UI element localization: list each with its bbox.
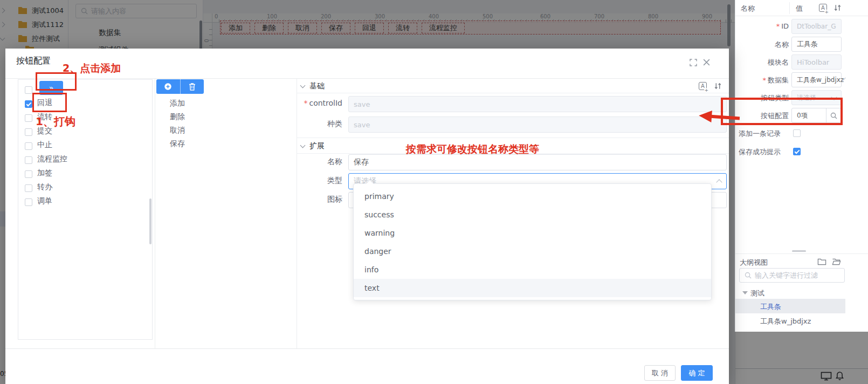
dropdown-option[interactable]: success — [354, 205, 711, 224]
item-checkbox[interactable] — [25, 142, 32, 150]
prop-row-name: 名称 — [735, 37, 868, 53]
scrollbar-thumb[interactable] — [149, 198, 151, 244]
field-add-icon[interactable] — [699, 82, 707, 90]
cancel-button[interactable]: 取 消 — [644, 365, 676, 381]
item-checkbox[interactable] — [25, 114, 32, 122]
target-toolbar — [156, 79, 204, 94]
arrow-head-icon — [698, 109, 712, 122]
arrow-tail — [711, 115, 740, 120]
confirm-button[interactable]: 确 定 — [681, 365, 713, 381]
dialog-title: 按钮配置 — [16, 56, 51, 67]
section-header-basic[interactable]: 基础 — [301, 81, 727, 93]
controlid-input — [348, 96, 727, 112]
dataset-select[interactable]: 工具条w_jbdjxz — [791, 72, 842, 87]
item-checkbox[interactable] — [25, 170, 32, 178]
annotation-step1-text: 1、打钩 — [36, 114, 75, 129]
field-add-icon[interactable] — [819, 4, 827, 12]
add-record-checkbox[interactable] — [793, 129, 801, 137]
item-checkbox[interactable] — [25, 128, 32, 136]
target-item[interactable]: 保存 — [170, 139, 185, 149]
trash-icon — [189, 83, 196, 91]
annotation-arrow — [698, 109, 741, 126]
panel-resize-handle[interactable] — [792, 250, 806, 252]
source-item[interactable]: 调单 — [18, 195, 152, 209]
button-name-input[interactable] — [348, 154, 727, 170]
annotation-rect-checked-item — [32, 93, 67, 112]
dropdown-option[interactable]: warning — [354, 224, 711, 242]
expand-all-folder-icon[interactable] — [832, 258, 841, 266]
source-item[interactable]: 转办 — [18, 181, 152, 195]
delete-selected-button[interactable] — [181, 79, 204, 94]
modal-overlay — [735, 332, 868, 384]
outline-node[interactable]: 工具条w_jbdjxz — [735, 313, 868, 326]
item-checkbox[interactable] — [25, 156, 32, 164]
source-item[interactable]: 中止 — [18, 139, 152, 153]
prop-row-id: *ID — [735, 19, 868, 35]
item-checkbox[interactable] — [25, 184, 32, 192]
kind-input — [348, 116, 727, 133]
chevron-up-icon — [716, 179, 722, 185]
sort-icon[interactable] — [714, 82, 722, 90]
divider — [5, 78, 729, 79]
item-checkbox[interactable] — [25, 198, 32, 206]
properties-panel: 名称 值 *ID 名称 模块名 *数据集 工具条w_jbdjxz — [735, 0, 868, 384]
expand-arrow-icon[interactable] — [742, 291, 748, 294]
plus-circle-icon — [164, 83, 172, 91]
collapse-icon — [300, 83, 306, 88]
prop-row-add-record: 添加一条记录 — [735, 128, 868, 140]
type-dropdown: primary success warning danger info text — [353, 183, 712, 300]
source-item[interactable]: 流程监控 — [18, 153, 152, 167]
divider — [789, 2, 790, 14]
collapse-all-folder-icon[interactable] — [817, 258, 826, 266]
close-icon[interactable] — [702, 58, 711, 66]
id-field — [791, 19, 842, 34]
properties-header: 名称 值 — [735, 0, 868, 16]
divider — [5, 348, 729, 349]
prop-row-dataset: *数据集 工具条w_jbdjxz — [735, 72, 868, 88]
target-item[interactable]: 取消 — [170, 126, 185, 135]
item-checkbox[interactable] — [25, 100, 32, 108]
save-tip-checkbox[interactable] — [793, 148, 801, 155]
add-selected-button[interactable] — [156, 79, 181, 94]
source-item[interactable]: 加签 — [18, 167, 152, 181]
app-root: 测试1004 测试1112 控件测试 05 请输入内容 数据集 测试组件 — [0, 0, 868, 384]
dropdown-option[interactable]: primary — [354, 187, 711, 205]
outline-section: 大纲视图 输入关键字进行过滤 测试 工具条 工具条w_jbdjxz — [735, 253, 868, 340]
collapse-icon — [300, 143, 306, 148]
target-item[interactable]: 添加 — [170, 99, 185, 108]
prop-row-module: 模块名 — [735, 54, 868, 71]
annotation-hint-text: 按需求可修改按钮名称类型等 — [406, 142, 539, 156]
target-item[interactable]: 删除 — [170, 112, 185, 122]
module-field — [791, 54, 842, 70]
prop-row-save-tip: 保存成功提示 — [735, 146, 868, 158]
dropdown-option[interactable]: danger — [354, 242, 711, 260]
annotation-rect-transfer — [36, 72, 77, 91]
outline-node-root[interactable]: 测试 — [735, 287, 868, 299]
divider — [155, 78, 155, 348]
sort-icon[interactable] — [833, 4, 842, 12]
outline-node-selected[interactable]: 工具条 — [735, 299, 845, 313]
divider — [297, 93, 729, 93]
search-icon — [745, 272, 752, 279]
maximize-icon[interactable] — [690, 59, 697, 66]
divider — [297, 138, 729, 138]
outline-filter-box[interactable]: 输入关键字进行过滤 — [739, 268, 845, 283]
name-field[interactable] — [791, 37, 842, 52]
dropdown-option[interactable]: text — [354, 279, 711, 297]
select-all-checkbox[interactable] — [25, 86, 32, 94]
button-config-dialog: 按钮配置 » 回退 流转 提交 — [5, 49, 729, 384]
dropdown-option[interactable]: info — [354, 260, 711, 279]
